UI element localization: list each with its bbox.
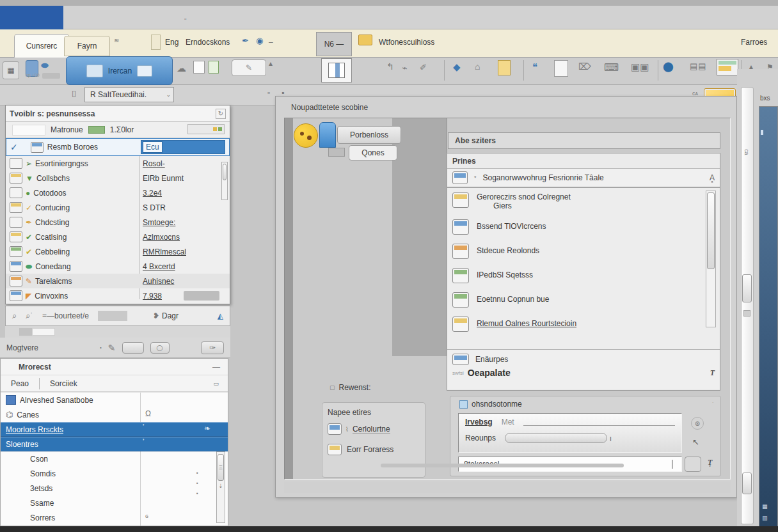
text-tool-icon[interactable]: T bbox=[710, 368, 715, 378]
cerlolurtne-item[interactable]: ⌇ Cerlolurtne bbox=[328, 423, 420, 435]
database-icon[interactable]: ⬤ bbox=[663, 61, 674, 72]
undo-icon[interactable]: ↰ bbox=[386, 61, 394, 72]
paint-drop-icon[interactable]: ◆ bbox=[453, 61, 461, 73]
prop-row[interactable]: ⬬ Conedang 4 Bxcertd bbox=[6, 259, 230, 274]
object-list-scrollbar[interactable] bbox=[706, 191, 716, 327]
sort-az-icon[interactable]: A͓ bbox=[710, 173, 715, 182]
prop-row[interactable]: ◤ Cinvoxins 7.938 bbox=[6, 288, 230, 303]
porbenloss-tab[interactable]: Porbenloss bbox=[337, 126, 401, 144]
props-scrollbar[interactable] bbox=[221, 162, 228, 200]
tab-peao[interactable]: Peao bbox=[1, 379, 39, 388]
tab-farroes[interactable]: Farroes bbox=[741, 38, 767, 47]
nav-item[interactable]: Sorrers ɢ bbox=[1, 510, 228, 525]
nav-button-3[interactable]: ✑ bbox=[201, 341, 224, 354]
new-window-icon[interactable] bbox=[193, 61, 205, 74]
report-icon[interactable]: ▦ bbox=[3, 61, 19, 79]
enaurpes-row[interactable]: Enäurpes bbox=[447, 350, 720, 366]
properties-page-icon[interactable] bbox=[554, 60, 568, 77]
browse-button[interactable] bbox=[685, 457, 701, 472]
prop-row[interactable]: ➢ Esortiniergngss Rosol- bbox=[6, 156, 230, 171]
cloud-icon[interactable]: ☁ bbox=[177, 63, 186, 74]
tab-wtfonescuihioss[interactable]: Wtfonescuihioss bbox=[379, 38, 434, 47]
side-scroll-thumb2[interactable] bbox=[742, 473, 752, 494]
header-mini-grid-icon[interactable] bbox=[187, 124, 225, 134]
collapsed-scroll-column[interactable]: ca bbox=[741, 87, 754, 524]
mail-icon[interactable]: ◉ bbox=[256, 36, 263, 45]
navigator-scrollbar[interactable]: Ξ ⇣ bbox=[216, 451, 225, 523]
redo-icon[interactable]: ⌁ bbox=[402, 63, 407, 73]
nav-item[interactable]: Somdis bbox=[1, 466, 228, 481]
dagr-label[interactable]: ❥ Dagr bbox=[153, 311, 179, 320]
toggle-icon[interactable]: ▫ bbox=[267, 88, 270, 97]
tab-n6[interactable]: N6 — bbox=[316, 32, 352, 56]
nav-item[interactable]: 3etsds bbox=[1, 481, 228, 496]
collapse-icon[interactable]: — bbox=[212, 363, 220, 372]
tab-sorciiek[interactable]: Sorciiek bbox=[40, 379, 88, 388]
list-window-icon[interactable] bbox=[717, 59, 738, 75]
prop-row[interactable]: ✔ Ccatlsing Azlmxocns bbox=[6, 230, 230, 244]
list-item[interactable]: Bssend TlOVlcrcens bbox=[447, 215, 720, 239]
list-item[interactable]: Geroreczirs snod Colregnet Giers ▫˙ bbox=[447, 188, 720, 215]
prop-row[interactable]: ✓ Contucing S DTR bbox=[6, 200, 230, 215]
style-dropdown[interactable]: R SaItTeuedihai. ⌄ bbox=[84, 87, 174, 102]
irercan-button[interactable]: Irercan bbox=[66, 56, 173, 85]
nav-item-selected[interactable]: Moorlors Rrsckts 𝄒 ❧ bbox=[1, 422, 228, 437]
prop-value-editbox[interactable]: Ecu bbox=[143, 141, 163, 153]
properties-titlebar[interactable]: Tvoiblr s: pesnunsessa ↻ bbox=[6, 106, 230, 122]
tab-erndocskons[interactable]: Erndocskons bbox=[186, 38, 230, 47]
copy-page-icon[interactable] bbox=[498, 60, 511, 75]
grid-icon[interactable]: ▤▤ bbox=[690, 61, 707, 71]
doc-preview-panel[interactable]: ▦ ▥ bbox=[759, 106, 778, 527]
text-format-icon[interactable]: T͕ bbox=[708, 458, 712, 467]
object-scroll-thumb[interactable] bbox=[707, 192, 715, 269]
nav-item[interactable]: Cson bbox=[1, 451, 228, 466]
object-icon[interactable]: ▯ bbox=[72, 88, 76, 98]
pen-icon[interactable]: ✒ bbox=[242, 36, 249, 45]
prop-row[interactable]: ✎ Tarelaicms Auhisnec bbox=[6, 274, 230, 288]
brush-icon[interactable]: ⬬ bbox=[41, 60, 49, 71]
prop-row[interactable]: ✔ Cebbeling RMRlmescal bbox=[6, 244, 230, 259]
find-icon[interactable]: ⌕ bbox=[12, 311, 17, 321]
list-item[interactable]: Rlemud Oalnes Rourtstecioin ⌄ bbox=[447, 312, 720, 336]
tab-fayrn[interactable]: Fayrn bbox=[64, 36, 110, 56]
nav-button-1[interactable] bbox=[122, 342, 144, 354]
save-disks-icon[interactable]: ▣▣ bbox=[631, 61, 649, 73]
rewenst-checkbox[interactable]: ▢ Rewenst: bbox=[329, 383, 371, 392]
lightning-icon[interactable]: ⌦ bbox=[578, 61, 591, 72]
tab-cunsrerc[interactable]: Cunsrerc bbox=[14, 34, 69, 58]
comment-icon[interactable]: ❝ bbox=[532, 61, 537, 73]
props-scroll-thumb[interactable] bbox=[223, 164, 226, 180]
close-icon[interactable]: ↻ bbox=[216, 109, 226, 119]
nav-button-2[interactable]: ◯ bbox=[150, 342, 170, 354]
window-view-icon[interactable] bbox=[321, 58, 352, 82]
nav-item[interactable]: ⌬ Canes Ω bbox=[1, 407, 228, 422]
eraser-box-icon[interactable]: ✎ bbox=[232, 59, 266, 76]
nav-item[interactable]: Ssame bbox=[1, 496, 228, 510]
prop-row-selected[interactable]: ✓ Resmb Boroes Ecu bbox=[6, 138, 230, 156]
find-next-icon[interactable]: ⌕˙ bbox=[26, 311, 33, 321]
oeapalate-row[interactable]: swfsl Oeapalate T bbox=[447, 366, 720, 379]
stamp-icon[interactable]: ⌂ bbox=[475, 61, 480, 72]
prop-value-editor[interactable]: Ecu bbox=[141, 140, 225, 154]
prop-row[interactable]: ● Cotodoos 3.2e4 bbox=[6, 185, 230, 200]
list-item[interactable]: Eoetnnu Copnun bue bbox=[447, 288, 720, 312]
format-brush-icon[interactable]: ✐ bbox=[420, 63, 427, 72]
field-row-2[interactable]: Reounps ı bbox=[459, 426, 681, 443]
cursor-arrow-icon[interactable]: ↖ bbox=[692, 437, 699, 447]
list-item[interactable]: IPedbSl Sqetsss bbox=[447, 263, 720, 288]
featured-item-row[interactable]: * Soganorwwvohrug Fesrionrie Tâale A͓ bbox=[447, 169, 720, 188]
list-item[interactable]: Stdecue Reolonds bbox=[447, 239, 720, 263]
color-chip-icon[interactable] bbox=[88, 126, 105, 134]
green-page-icon[interactable] bbox=[209, 61, 219, 74]
pencil-icon[interactable]: ✎ bbox=[108, 343, 116, 353]
field1-line[interactable] bbox=[523, 418, 675, 426]
field-row-1[interactable]: Irvebsg Met bbox=[459, 414, 681, 426]
prop-row[interactable]: ✒ Chdcsting Smtoege: bbox=[6, 215, 230, 230]
checkbox-blue-icon[interactable] bbox=[459, 400, 468, 409]
prop-row[interactable]: ▼ Collsbchs ElRb Eunmt bbox=[6, 171, 230, 185]
monitor-icon[interactable]: ⌨ bbox=[604, 61, 619, 74]
sort-blue-icon[interactable]: ◭ bbox=[218, 311, 223, 320]
tab-eng[interactable]: Eng bbox=[165, 38, 179, 47]
nav-item-selected[interactable]: Sloentres 𝄒 bbox=[1, 437, 228, 451]
side-scroll-thumb[interactable] bbox=[742, 274, 752, 302]
